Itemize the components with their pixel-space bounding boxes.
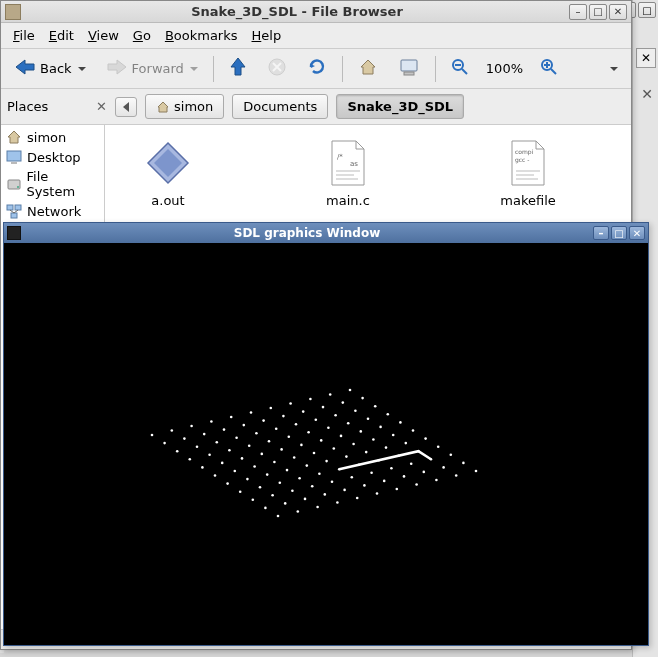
svg-point-101	[302, 410, 305, 413]
menu-go[interactable]: Go	[127, 26, 157, 45]
file-item-main-c[interactable]: /*as main.c	[303, 139, 393, 208]
svg-point-92	[307, 431, 310, 434]
svg-point-27	[201, 466, 204, 469]
svg-point-69	[255, 432, 258, 435]
svg-point-98	[383, 480, 386, 483]
reload-button[interactable]	[300, 52, 334, 85]
place-desktop[interactable]: Desktop	[1, 147, 104, 167]
zoom-out-button[interactable]	[444, 53, 476, 84]
place-home[interactable]: simon	[1, 127, 104, 147]
svg-point-141	[450, 454, 453, 457]
close-button[interactable]: ✕	[609, 4, 627, 20]
menu-edit[interactable]: Edit	[43, 26, 80, 45]
svg-point-90	[282, 415, 285, 418]
zoom-in-button[interactable]	[533, 53, 565, 84]
maximize-button[interactable]: □	[589, 4, 607, 20]
svg-point-67	[230, 416, 233, 419]
sdl-canvas[interactable]	[4, 243, 648, 645]
places-close-icon[interactable]: ✕	[96, 99, 107, 114]
home-icon	[156, 100, 170, 114]
place-home-label: simon	[27, 130, 66, 145]
file-browser-title: Snake_3D_SDL - File Browser	[25, 4, 569, 19]
forward-label: Forward	[132, 61, 184, 76]
svg-point-35	[183, 437, 186, 440]
svg-point-99	[396, 488, 399, 491]
minimize-button[interactable]: –	[569, 4, 587, 20]
svg-point-57	[223, 428, 226, 431]
file-label: main.c	[326, 193, 370, 208]
svg-point-83	[313, 452, 316, 455]
menu-help[interactable]: Help	[246, 26, 288, 45]
stop-button	[260, 52, 294, 85]
crumb-current[interactable]: Snake_3D_SDL	[336, 94, 464, 119]
file-label: a.out	[151, 193, 184, 208]
view-mode-dropdown[interactable]	[601, 62, 625, 76]
svg-rect-10	[7, 151, 21, 161]
svg-point-32	[264, 507, 267, 510]
c-source-icon: /*as	[324, 139, 372, 187]
up-button[interactable]	[222, 52, 254, 85]
svg-point-13	[17, 186, 19, 188]
svg-point-88	[376, 492, 379, 495]
computer-button[interactable]	[391, 52, 427, 85]
sidebar-close-button[interactable]: ✕	[639, 86, 655, 102]
place-network[interactable]: Network	[1, 201, 104, 221]
svg-point-97	[370, 472, 373, 475]
svg-point-84	[325, 460, 328, 463]
chevron-down-icon	[610, 67, 618, 71]
file-browser-titlebar[interactable]: Snake_3D_SDL - File Browser – □ ✕	[1, 1, 631, 23]
svg-point-73	[306, 464, 309, 467]
file-item-aout[interactable]: a.out	[123, 139, 213, 208]
back-menu-chevron-icon[interactable]	[78, 67, 86, 71]
svg-point-24	[163, 442, 166, 445]
svg-rect-16	[11, 213, 17, 218]
svg-point-45	[190, 425, 193, 428]
svg-point-25	[176, 450, 179, 453]
svg-point-70	[268, 440, 271, 443]
svg-point-61	[273, 461, 276, 464]
svg-point-137	[399, 421, 402, 424]
svg-point-103	[327, 427, 330, 430]
svg-point-86	[351, 476, 354, 479]
svg-point-68	[243, 424, 246, 427]
svg-point-78	[250, 411, 253, 414]
file-item-makefile[interactable]: compigcc - makefile	[483, 139, 573, 208]
folder-app-icon	[5, 4, 21, 20]
panel-close-button[interactable]: ✕	[636, 48, 656, 68]
bg-maximize-button[interactable]: □	[638, 2, 656, 18]
crumb-back-button[interactable]	[115, 97, 137, 117]
toolbar-separator-2	[342, 56, 343, 82]
svg-point-64	[311, 485, 314, 488]
location-bar: Places ✕ simon Documents Snake_3D_SDL	[1, 89, 631, 125]
svg-text:/*: /*	[337, 153, 343, 161]
svg-point-95	[345, 455, 348, 458]
sdl-titlebar[interactable]: SDL graphics Window – □ ✕	[4, 223, 648, 243]
disk-icon	[6, 176, 22, 192]
svg-point-100	[289, 402, 292, 405]
sdl-close-button[interactable]: ✕	[629, 226, 645, 240]
network-icon	[6, 203, 22, 219]
crumb-documents-label: Documents	[243, 99, 317, 114]
toolbar: Back Forward	[1, 49, 631, 89]
back-button[interactable]: Back	[7, 53, 93, 84]
svg-point-108	[390, 467, 393, 470]
sdl-minimize-button[interactable]: –	[593, 226, 609, 240]
menu-view[interactable]: View	[82, 26, 125, 45]
svg-point-50	[253, 465, 256, 468]
svg-point-135	[374, 405, 377, 408]
svg-rect-1	[401, 60, 417, 71]
svg-point-60	[261, 453, 264, 456]
svg-point-132	[455, 474, 458, 477]
home-button[interactable]	[351, 52, 385, 85]
svg-rect-2	[404, 72, 414, 75]
place-filesystem[interactable]: File System	[1, 167, 104, 201]
menu-bookmarks[interactable]: Bookmarks	[159, 26, 244, 45]
crumb-home[interactable]: simon	[145, 94, 224, 119]
menu-bar: File Edit View Go Bookmarks Help	[1, 23, 631, 49]
sdl-maximize-button[interactable]: □	[611, 226, 627, 240]
crumb-documents[interactable]: Documents	[232, 94, 328, 119]
svg-point-63	[298, 477, 301, 480]
menu-file[interactable]: File	[7, 26, 41, 45]
reload-icon	[307, 57, 327, 80]
svg-point-79	[262, 419, 265, 422]
